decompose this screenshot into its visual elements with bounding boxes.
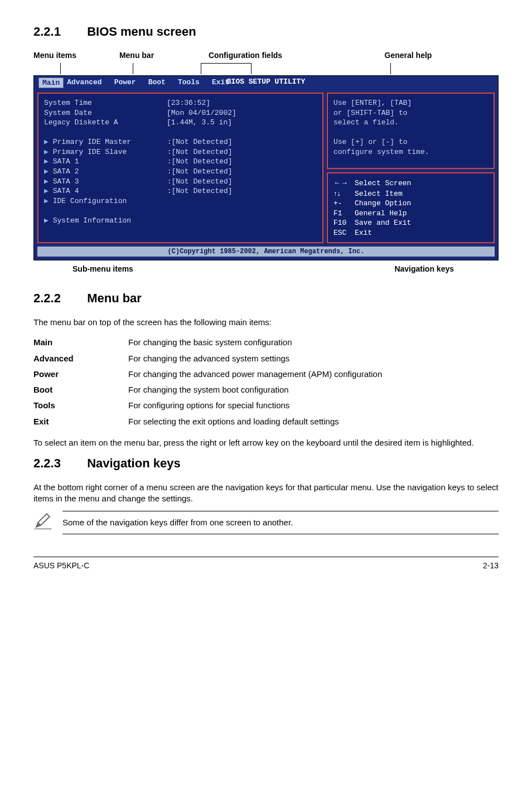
table-row: PowerFor changing the advanced power man… <box>33 366 499 382</box>
row-sysinfo[interactable]: ▶ System Information <box>44 216 131 225</box>
label-connectors <box>33 63 499 75</box>
section-title: Menu bar <box>87 291 142 305</box>
row-legacy-diskette[interactable]: Legacy Diskette A[1.44M, 3.5 in] <box>44 118 232 127</box>
tab-tools[interactable]: Tools <box>175 78 209 89</box>
label-config-fields: Configuration fields <box>173 50 318 61</box>
row-systime[interactable]: System Time[23:36:52] <box>44 99 210 107</box>
section-num: 2.2.3 <box>33 455 84 472</box>
row-sysdate[interactable]: System Date[Mon 04/01/2002] <box>44 109 236 117</box>
top-label-row: Menu items Menu bar Configuration fields… <box>33 50 499 61</box>
page-footer: ASUS P5KPL-C 2-13 <box>33 557 499 571</box>
tab-advanced[interactable]: Advanced <box>64 78 110 89</box>
sub-label-row: Sub-menu items Navigation keys <box>33 264 499 274</box>
section-2-2-2-heading: 2.2.2 Menu bar <box>33 290 499 307</box>
bios-nav-panel: ←→Select Screen ↑↓Select Item +-Change O… <box>327 172 495 243</box>
bios-screenshot: BIOS SETUP UTILITY Main Advanced Power B… <box>33 75 499 261</box>
row-sata2[interactable]: ▶ SATA 2:[Not Detected] <box>44 167 233 176</box>
note-row: Some of the navigation keys differ from … <box>33 511 499 534</box>
table-row: BootFor changing the system boot configu… <box>33 382 499 398</box>
menu-definitions: MainFor changing the basic system config… <box>33 335 499 429</box>
tab-power[interactable]: Power <box>111 78 145 89</box>
row-pri-slave[interactable]: ▶ Primary IDE Slave:[Not Detected] <box>44 148 233 156</box>
label-submenu-items: Sub-menu items <box>72 264 133 274</box>
navkeys-text: At the bottom right corner of a menu scr… <box>33 482 499 505</box>
menubar-tail: To select an item on the menu bar, press… <box>33 437 499 448</box>
row-sata1[interactable]: ▶ SATA 1:[Not Detected] <box>44 157 233 166</box>
bios-help-panel: Use [ENTER], [TAB] or [SHIFT-TAB] to sel… <box>327 93 495 169</box>
label-navigation-keys: Navigation keys <box>394 264 454 274</box>
bios-menubar: BIOS SETUP UTILITY Main Advanced Power B… <box>34 76 498 91</box>
pencil-icon <box>33 511 52 533</box>
table-row: ToolsFor configuring options for special… <box>33 398 499 413</box>
menubar-intro: The menu bar on top of the screen has th… <box>33 317 499 328</box>
row-ide-config[interactable]: ▶ IDE Configuration <box>44 197 127 205</box>
bios-copyright: (C)Copyright 1985-2002, American Megatre… <box>37 247 495 257</box>
tab-exit[interactable]: Exit <box>209 78 238 89</box>
section-2-2-1-heading: 2.2.1 BIOS menu screen <box>33 23 499 40</box>
tab-main[interactable]: Main <box>38 78 64 89</box>
section-title: BIOS menu screen <box>87 25 196 38</box>
footer-left: ASUS P5KPL-C <box>33 561 89 571</box>
section-title: Navigation keys <box>87 456 181 470</box>
footer-right: 2-13 <box>483 561 499 571</box>
section-2-2-3-heading: 2.2.3 Navigation keys <box>33 455 499 472</box>
section-num: 2.2.1 <box>33 23 84 40</box>
note-text: Some of the navigation keys differ from … <box>62 511 499 534</box>
row-sata3[interactable]: ▶ SATA 3:[Not Detected] <box>44 177 233 186</box>
row-sata4[interactable]: ▶ SATA 4:[Not Detected] <box>44 187 233 195</box>
label-menu-bar: Menu bar <box>100 50 173 61</box>
label-general-help: General help <box>318 50 499 61</box>
table-row: ExitFor selecting the exit options and l… <box>33 414 499 429</box>
label-menu-items: Menu items <box>33 50 100 61</box>
table-row: MainFor changing the basic system config… <box>33 335 499 350</box>
bios-left-panel: System Time[23:36:52] System Date[Mon 04… <box>37 93 323 243</box>
tab-boot[interactable]: Boot <box>145 78 175 89</box>
row-pri-master[interactable]: ▶ Primary IDE Master:[Not Detected] <box>44 138 233 146</box>
table-row: AdvancedFor changing the advanced system… <box>33 351 499 366</box>
section-num: 2.2.2 <box>33 290 84 307</box>
